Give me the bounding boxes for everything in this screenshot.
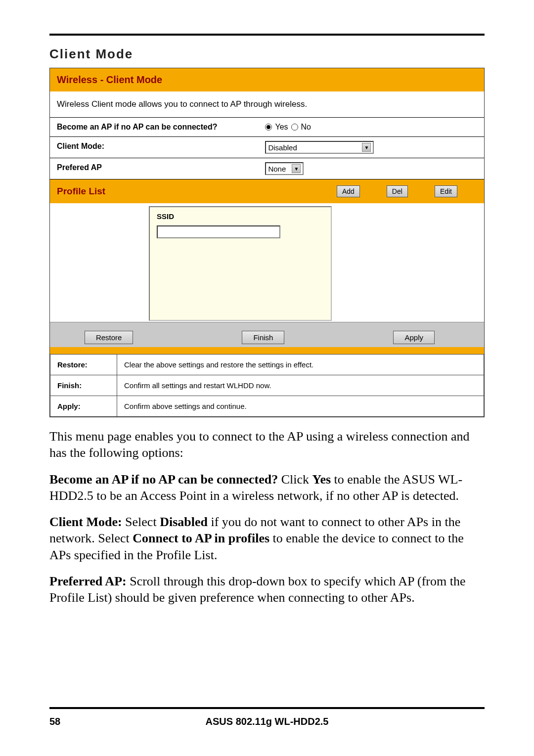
paragraph-client-mode: Client Mode: Select Disabled if you do n… <box>49 514 485 563</box>
paragraph-preferred-ap: Preferred AP: Scroll through this drop-d… <box>49 573 485 606</box>
table-row: Apply: Confirm above settings and contin… <box>50 396 484 417</box>
del-button[interactable]: Del <box>387 185 408 197</box>
edit-button[interactable]: Edit <box>435 185 457 197</box>
bottom-button-row: Restore Finish Apply <box>50 329 484 347</box>
footer: 58 ASUS 802.11g WL-HDD2.5 <box>49 707 485 727</box>
client-mode-label: Client Mode: <box>50 137 258 158</box>
become-ap-label: Become an AP if no AP can be connected? <box>50 118 258 136</box>
restore-button[interactable]: Restore <box>85 331 134 344</box>
ssid-input[interactable] <box>157 225 280 238</box>
bold-become-ap: Become an AP if no AP can be connected? <box>49 472 278 487</box>
paragraph-intro: This menu page enables you to connect to… <box>49 428 485 461</box>
apply-key: Apply: <box>50 396 117 417</box>
footer-rule <box>49 707 485 709</box>
body-text: This menu page enables you to connect to… <box>49 428 485 606</box>
add-button[interactable]: Add <box>337 185 360 197</box>
finish-button[interactable]: Finish <box>242 331 284 344</box>
row-become-ap: Become an AP if no AP can be connected? … <box>50 117 484 136</box>
panel-header: Wireless - Client Mode <box>50 68 484 91</box>
bold-yes: Yes <box>312 472 331 487</box>
bold-disabled: Disabled <box>160 515 208 529</box>
finish-desc: Confirm all settings and restart WLHDD n… <box>117 375 484 396</box>
prefered-ap-label: Prefered AP <box>50 158 258 179</box>
prefered-ap-select[interactable]: None ▼ <box>265 162 304 175</box>
client-mode-select[interactable]: Disabled ▼ <box>265 141 374 154</box>
paragraph-become-ap: Become an AP if no AP can be connected? … <box>49 471 485 504</box>
become-ap-no-radio[interactable] <box>291 124 298 131</box>
chevron-down-icon: ▼ <box>362 143 371 152</box>
page-number: 58 <box>49 716 79 727</box>
wireless-client-panel: Wireless - Client Mode Wireless Client m… <box>49 68 485 417</box>
client-mode-value: Disabled <box>268 143 297 152</box>
apply-button[interactable]: Apply <box>393 331 435 344</box>
bold-connect-profiles: Connect to AP in profiles <box>133 531 269 545</box>
bold-preferred-ap: Preferred AP: <box>49 574 127 588</box>
restore-desc: Clear the above settings and restore the… <box>117 355 484 375</box>
row-profile-list: Profile List Add Del Edit <box>50 179 484 203</box>
row-prefered-ap: Prefered AP None ▼ <box>50 158 484 179</box>
panel-description: Wireless Client mode allows you to conne… <box>50 91 484 117</box>
become-ap-yes-label: Yes <box>275 123 288 132</box>
profile-list-label: Profile List <box>57 186 337 197</box>
footer-title: ASUS 802.11g WL-HDD2.5 <box>79 716 455 727</box>
become-ap-no-label: No <box>301 123 311 132</box>
restore-key: Restore: <box>50 355 117 375</box>
apply-desc: Confirm above settings and continue. <box>117 396 484 417</box>
top-rule <box>49 34 485 36</box>
bold-client-mode: Client Mode: <box>49 515 122 529</box>
orange-separator <box>50 347 484 354</box>
gray-bar <box>50 322 484 329</box>
table-row: Finish: Confirm all settings and restart… <box>50 375 484 396</box>
section-title: Client Mode <box>49 46 485 62</box>
row-client-mode: Client Mode: Disabled ▼ <box>50 136 484 158</box>
table-row: Restore: Clear the above settings and re… <box>50 355 484 375</box>
chevron-down-icon: ▼ <box>292 164 301 173</box>
ssid-area: SSID <box>50 203 484 322</box>
ssid-box: SSID <box>149 206 332 321</box>
prefered-ap-value: None <box>268 165 286 173</box>
finish-key: Finish: <box>50 375 117 396</box>
become-ap-yes-radio[interactable] <box>265 124 272 131</box>
ssid-label: SSID <box>157 212 324 221</box>
button-descriptions-table: Restore: Clear the above settings and re… <box>50 354 484 417</box>
